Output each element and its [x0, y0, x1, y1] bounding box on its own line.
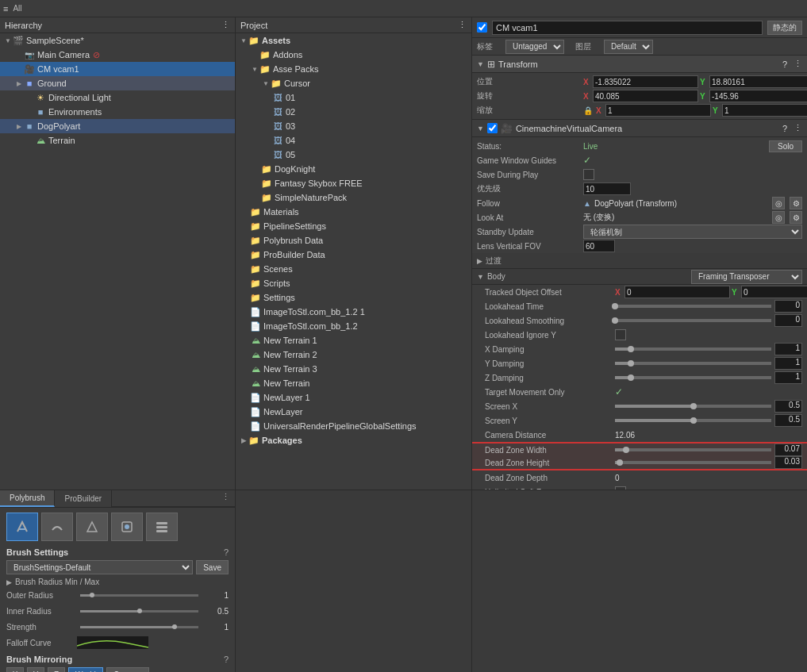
follow-ref-btn[interactable]: ◎	[772, 197, 785, 209]
body-foldout[interactable]: ▼ Body Framing Transposer	[472, 269, 807, 285]
strength-slider[interactable]	[80, 626, 198, 628]
y-damping-slider[interactable]	[615, 362, 771, 365]
project-item-materials[interactable]: 📁 Materials	[236, 205, 471, 219]
look-at-ref-btn[interactable]: ◎	[772, 211, 785, 224]
project-item-dogknight[interactable]: 📁 DogKnight	[236, 162, 471, 176]
project-item-simplenature[interactable]: 📁 SimpleNaturePack	[236, 190, 471, 205]
hierarchy-item-dogpolyart[interactable]: ▶ ■ DogPolyart	[0, 119, 235, 133]
x-damping-slider[interactable]	[615, 348, 771, 351]
brush-preset-dropdown[interactable]: BrushSettings-Default	[6, 560, 193, 574]
project-item-fantasyskybox[interactable]: 📁 Fantasy Skybox FREE	[236, 176, 471, 190]
project-item-packages[interactable]: ▶ 📁 Packages	[236, 433, 471, 447]
position-y-input[interactable]	[709, 75, 807, 88]
y-axis-btn[interactable]: Y	[27, 667, 44, 672]
body-dropdown[interactable]: Framing Transposer	[691, 270, 802, 284]
menu-icon[interactable]: ≡	[3, 4, 8, 13]
project-item-scenes[interactable]: 📁 Scenes	[236, 262, 471, 276]
scale-x-input[interactable]	[605, 104, 711, 117]
project-item-newlayer[interactable]: 📄 NewLayer	[236, 405, 471, 419]
priority-input[interactable]	[583, 182, 631, 195]
target-movement-check[interactable]: ✓	[615, 386, 623, 397]
lookahead-time-slider[interactable]	[615, 305, 771, 308]
brush-tool-settings[interactable]	[146, 513, 178, 541]
bottom-menu-icon[interactable]: ⋮	[217, 490, 235, 507]
falloff-canvas[interactable]	[77, 636, 148, 649]
project-item-terrain2[interactable]: ⛰ New Terrain 2	[236, 348, 471, 362]
hierarchy-item-terrain[interactable]: ⛰ Terrain	[0, 133, 235, 148]
inner-radius-slider[interactable]	[80, 610, 198, 612]
hierarchy-item-maincamera[interactable]: 📷 Main Camera ⊘	[0, 48, 235, 62]
tracked-y-input[interactable]	[741, 286, 807, 298]
standby-update-dropdown[interactable]: 轮循机制	[583, 225, 802, 239]
x-axis-btn[interactable]: X	[6, 667, 24, 672]
brush-help-icon[interactable]: ?	[224, 547, 229, 557]
object-active-checkbox[interactable]	[477, 22, 487, 33]
world-btn[interactable]: World	[68, 667, 103, 672]
project-item-universalrp[interactable]: 📄 UniversalRenderPipelineGlobalSettings	[236, 419, 471, 433]
project-menu-icon[interactable]: ⋮	[458, 20, 467, 30]
hierarchy-menu-icon[interactable]: ⋮	[221, 20, 230, 30]
project-item-terrain1[interactable]: ⛰ New Terrain 1	[236, 333, 471, 348]
cinemachine-help-icon[interactable]: ?	[782, 124, 787, 133]
project-item-settings[interactable]: 📁 Settings	[236, 290, 471, 305]
dead-zone-width-slider[interactable]	[615, 448, 771, 451]
project-item-cursor[interactable]: ▼ 📁 Cursor	[236, 76, 471, 90]
brush-tool-paint[interactable]	[76, 513, 108, 541]
transform-header[interactable]: ▼ ⊞ Transform ? ⋮	[472, 56, 807, 73]
lookahead-ignore-y-checkbox[interactable]	[615, 329, 626, 340]
transition-foldout[interactable]: ▶ 过渡	[472, 253, 807, 269]
dead-zone-height-slider[interactable]	[615, 461, 771, 464]
outer-radius-slider[interactable]	[80, 594, 198, 597]
project-item-imagetostl1[interactable]: 📄 ImageToStl.com_bb_1.2 1	[236, 305, 471, 319]
hierarchy-item-ground[interactable]: ▶ ■ Ground	[0, 76, 235, 90]
z-damping-slider[interactable]	[615, 376, 771, 379]
project-item-assepacks[interactable]: ▼ 📁 Asse Packs	[236, 62, 471, 76]
screen-y-slider[interactable]	[615, 419, 771, 422]
project-item-probuilderdata[interactable]: 📁 ProBuilder Data	[236, 248, 471, 262]
z-axis-btn[interactable]: Z	[48, 667, 65, 672]
cinemachine-active-checkbox[interactable]	[487, 123, 498, 133]
project-item-04[interactable]: 🖼 04	[236, 133, 471, 148]
scale-y-input[interactable]	[722, 104, 807, 117]
transform-help-icon[interactable]: ?	[782, 60, 787, 69]
game-window-guides-check[interactable]: ✓	[583, 155, 591, 166]
tab-probuilder[interactable]: ProBuilder	[55, 490, 112, 507]
project-item-05[interactable]: 🖼 05	[236, 148, 471, 162]
hierarchy-item-environments[interactable]: ■ Environments	[0, 105, 235, 119]
project-item-assets[interactable]: ▼ 📁 Assets	[236, 33, 471, 48]
static-button[interactable]: 静态的	[767, 21, 802, 35]
layer-dropdown[interactable]: Default	[604, 40, 653, 54]
project-item-03[interactable]: 🖼 03	[236, 119, 471, 133]
mirroring-help-icon[interactable]: ?	[224, 655, 229, 664]
brush-tool-texture[interactable]	[111, 513, 143, 541]
cinemachine-header[interactable]: ▼ 🎥 CinemachineVirtualCamera ? ⋮	[472, 120, 807, 137]
project-item-imagetostl2[interactable]: 📄 ImageToStl.com_bb_1.2	[236, 319, 471, 333]
look-at-settings-btn[interactable]: ⚙	[790, 211, 802, 224]
project-item-01[interactable]: 🖼 01	[236, 90, 471, 105]
project-item-scripts[interactable]: 📁 Scripts	[236, 276, 471, 290]
hierarchy-item-samplescene[interactable]: ▼ 🎬 SampleScene*	[0, 33, 235, 48]
tag-dropdown[interactable]: Untagged	[505, 40, 564, 54]
brush-tool-sculpt[interactable]	[6, 513, 38, 541]
project-item-polybrushdata[interactable]: 📁 Polybrush Data	[236, 233, 471, 248]
hierarchy-item-cmvcam1[interactable]: 🎥 CM vcam1	[0, 62, 235, 76]
rotation-x-input[interactable]	[593, 90, 698, 102]
object-name-input[interactable]	[492, 21, 763, 35]
solo-button[interactable]: Solo	[769, 140, 802, 152]
lookahead-smoothing-slider[interactable]	[615, 319, 771, 322]
position-x-input[interactable]	[593, 75, 698, 88]
brush-save-button[interactable]: Save	[196, 560, 229, 574]
save-during-play-checkbox[interactable]	[583, 169, 594, 180]
project-item-terrain3[interactable]: ⛰ New Terrain 3	[236, 362, 471, 376]
project-item-02[interactable]: 🖼 02	[236, 105, 471, 119]
tab-polybrush[interactable]: Polybrush	[0, 490, 55, 507]
follow-settings-btn[interactable]: ⚙	[790, 197, 802, 209]
brush-tool-smooth[interactable]	[41, 513, 73, 541]
project-item-addons[interactable]: 📁 Addons	[236, 48, 471, 62]
rotation-y-input[interactable]	[709, 90, 807, 102]
hierarchy-item-dirlight[interactable]: ☀ Directional Light	[0, 90, 235, 105]
transform-settings-icon[interactable]: ⋮	[794, 59, 802, 69]
cinemachine-settings-icon[interactable]: ⋮	[794, 123, 802, 133]
screen-x-slider[interactable]	[615, 405, 771, 408]
camera-btn[interactable]: Camera	[106, 667, 149, 672]
